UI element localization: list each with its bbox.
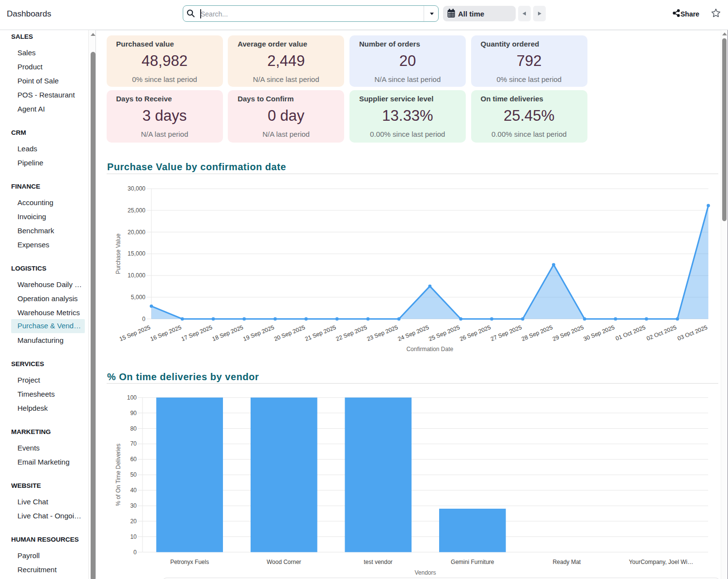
svg-text:27 Sep 2025: 27 Sep 2025 [490,324,523,343]
svg-text:17 Sep 2025: 17 Sep 2025 [180,324,214,343]
svg-text:29 Sep 2025: 29 Sep 2025 [552,324,585,343]
svg-text:28 Sep 2025: 28 Sep 2025 [521,324,554,343]
svg-text:Petronyx Fuels: Petronyx Fuels [170,559,209,565]
svg-text:20: 20 [130,518,137,525]
svg-text:Ready Mat: Ready Mat [553,559,581,565]
svg-text:30 Sep 2025: 30 Sep 2025 [583,324,616,343]
svg-text:23 Sep 2025: 23 Sep 2025 [366,324,399,343]
svg-text:Confirmation Date: Confirmation Date [406,346,453,353]
svg-text:5,000: 5,000 [131,294,145,301]
svg-text:10: 10 [130,533,137,540]
svg-text:15 Sep 2025: 15 Sep 2025 [118,324,152,343]
svg-text:50: 50 [130,471,137,478]
svg-text:90: 90 [130,410,137,417]
svg-text:01 Oct 2025: 01 Oct 2025 [615,324,647,342]
svg-text:10,000: 10,000 [127,272,145,279]
svg-text:25,000: 25,000 [127,207,145,214]
svg-text:20,000: 20,000 [127,229,145,236]
svg-text:22 Sep 2025: 22 Sep 2025 [335,324,368,343]
svg-text:18 Sep 2025: 18 Sep 2025 [211,324,245,343]
svg-text:16 Sep 2025: 16 Sep 2025 [149,324,183,343]
svg-text:30,000: 30,000 [127,185,145,192]
svg-text:15,000: 15,000 [127,250,145,257]
svg-text:YourCompany, Joel Wi…: YourCompany, Joel Wi… [629,559,693,565]
svg-text:03 Oct 2025: 03 Oct 2025 [677,324,709,342]
svg-text:70: 70 [130,440,137,447]
svg-text:19 Sep 2025: 19 Sep 2025 [242,324,275,343]
svg-text:26 Sep 2025: 26 Sep 2025 [459,324,492,343]
svg-text:Purchase Value: Purchase Value [115,233,122,274]
svg-text:24 Sep 2025: 24 Sep 2025 [397,324,430,343]
svg-text:Gemini Furniture: Gemini Furniture [451,559,494,565]
svg-text:21 Sep 2025: 21 Sep 2025 [304,324,337,343]
svg-text:0: 0 [142,316,145,322]
svg-text:20 Sep 2025: 20 Sep 2025 [273,324,306,343]
svg-text:Vendors: Vendors [414,569,436,576]
svg-text:60: 60 [130,456,137,463]
svg-text:30: 30 [130,502,137,509]
svg-text:% of On Time Deliveries: % of On Time Deliveries [115,444,122,506]
svg-text:02 Oct 2025: 02 Oct 2025 [646,324,678,342]
svg-text:test vendor: test vendor [364,559,393,565]
svg-text:Wood Corner: Wood Corner [267,559,301,565]
svg-text:40: 40 [130,487,137,494]
svg-text:100: 100 [127,394,137,401]
svg-text:80: 80 [130,425,137,432]
svg-text:25 Sep 2025: 25 Sep 2025 [427,324,461,343]
svg-text:0: 0 [133,549,137,556]
